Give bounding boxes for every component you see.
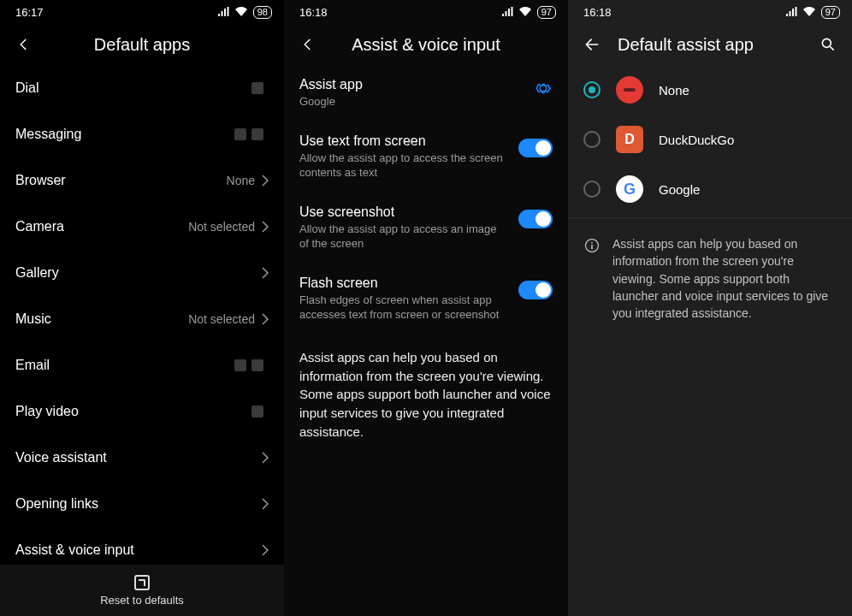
radio-button[interactable] [583,81,601,98]
toggle-switch[interactable] [518,281,553,299]
default-app-row[interactable]: Email [0,342,284,388]
default-app-row[interactable]: CameraNot selected [0,204,284,250]
chevron-right-icon [262,221,269,233]
setting-subtitle: Flash edges of screen when assist app ac… [299,293,506,323]
setting-title: Use text from screen [299,133,506,149]
chevron-right-icon [262,498,269,510]
row-label: Email [15,358,234,373]
option-name: None [659,83,689,98]
svg-rect-4 [591,245,593,249]
row-label: Gallery [15,265,262,281]
setting-row[interactable]: Assist appGoogle [284,65,568,121]
back-button[interactable] [293,29,323,60]
titlebar: Default assist app [568,24,852,65]
row-label: Assist & voice input [15,542,262,558]
search-button[interactable] [813,29,843,60]
status-time: 16:18 [299,6,328,19]
default-app-row[interactable]: Gallery [0,250,284,296]
svg-rect-1 [624,88,636,92]
info-section: Assist apps can help you based on inform… [568,222,852,335]
svg-point-0 [822,38,831,47]
app-icon-placeholder [251,406,263,418]
info-icon [583,237,601,322]
assist-option-row[interactable]: DDuckDuckGo [568,115,852,164]
chevron-right-icon [262,313,269,325]
row-label: Opening links [15,496,262,512]
row-label: Camera [15,219,188,234]
footer-label: Reset to defaults [100,594,184,607]
titlebar: Assist & voice input [284,24,568,65]
status-bar: 16:17 98 [0,0,284,24]
app-icon-ddg: D [616,126,643,153]
app-icon-placeholder [251,82,263,94]
status-bar: 16:18 97 [568,0,852,24]
signal-icon [217,7,229,17]
chevron-right-icon [262,267,269,279]
phone-default-assist-app: 16:18 97 Default assist app NoneDDuckDuc… [568,0,852,616]
gear-icon[interactable] [534,79,553,98]
phone-assist-voice-input: 16:18 97 Assist & voice input Assist app… [284,0,568,616]
row-label: Play video [15,404,251,419]
setting-subtitle: Allow the assist app to access the scree… [299,151,506,181]
row-label: Dial [15,80,251,96]
setting-title: Flash screen [299,275,506,291]
row-value: None [227,174,255,187]
option-name: DuckDuckGo [659,133,734,147]
row-label: Browser [15,173,227,188]
default-app-row[interactable]: Messaging [0,111,284,157]
row-label: Music [15,311,188,327]
default-app-row[interactable]: Voice assistant [0,435,284,481]
battery-icon: 97 [821,6,840,19]
battery-icon: 98 [253,6,272,19]
row-value: Not selected [188,312,255,326]
wifi-icon [802,7,816,17]
divider [568,217,852,218]
default-app-row[interactable]: BrowserNone [0,157,284,204]
assist-option-row[interactable]: None [568,65,852,115]
reset-icon [134,575,150,590]
chevron-right-icon [262,452,269,464]
setting-row[interactable]: Use text from screenAllow the assist app… [284,121,568,192]
default-app-row[interactable]: Dial [0,65,284,111]
assist-settings-list: Assist appGoogleUse text from screenAllo… [284,65,568,616]
setting-title: Use screenshot [299,204,506,220]
app-icon-placeholder [234,359,263,371]
setting-subtitle: Allow the assist app to access an image … [299,222,506,252]
back-button[interactable] [577,29,607,60]
app-icon-none [616,76,643,104]
wifi-icon [518,7,532,17]
assist-option-row[interactable]: GGoogle [568,164,852,214]
back-button[interactable] [9,29,39,60]
default-app-row[interactable]: MusicNot selected [0,296,284,342]
info-text: Assist apps can help you based on inform… [612,235,837,322]
default-app-row[interactable]: Assist & voice input [0,527,284,565]
page-title: Assist & voice input [323,35,529,55]
status-bar: 16:18 97 [284,0,568,24]
phone-default-apps: 16:17 98 Default apps DialMessagingBrows… [0,0,284,616]
radio-button[interactable] [583,181,601,198]
status-time: 16:18 [583,6,612,19]
status-time: 16:17 [15,6,44,19]
row-label: Voice assistant [15,450,262,465]
chevron-right-icon [262,175,269,187]
default-app-row[interactable]: Play video [0,388,284,435]
info-text: Assist apps can help you based on inform… [284,335,568,455]
assist-app-options: NoneDDuckDuckGoGGoogleAssist apps can he… [568,65,852,616]
row-value: Not selected [188,220,255,234]
signal-icon [501,7,513,17]
toggle-switch[interactable] [518,210,553,228]
setting-row[interactable]: Flash screenFlash edges of screen when a… [284,264,568,335]
setting-title: Assist app [299,77,522,92]
setting-row[interactable]: Use screenshotAllow the assist app to ac… [284,192,568,264]
reset-defaults-button[interactable]: Reset to defaults [0,565,284,616]
toggle-switch[interactable] [518,139,553,157]
default-app-row[interactable]: Opening links [0,481,284,527]
radio-button[interactable] [583,131,601,148]
battery-icon: 97 [537,6,556,19]
option-name: Google [659,182,700,197]
page-title: Default apps [39,35,245,55]
titlebar: Default apps [0,24,284,65]
signal-icon [785,7,797,17]
svg-point-3 [591,242,593,244]
app-icon-placeholder [234,128,263,140]
